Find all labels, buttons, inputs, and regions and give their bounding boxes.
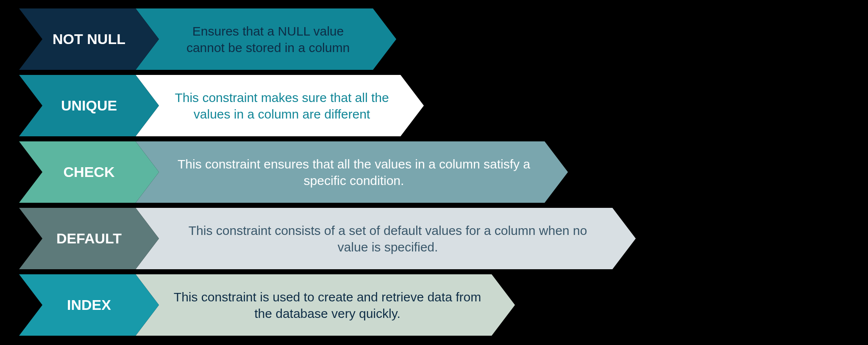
constraint-row-default: DEFAULT This constraint consists of a se… xyxy=(19,208,636,269)
constraint-desc: This constraint consists of a set of def… xyxy=(136,208,636,269)
constraint-desc-text: This constraint ensures that all the val… xyxy=(172,156,536,189)
constraint-desc: This constraint is used to create and re… xyxy=(136,274,515,336)
constraint-desc: This constraint makes sure that all the … xyxy=(136,75,424,136)
constraint-label: CHECK xyxy=(19,141,159,203)
constraint-label: UNIQUE xyxy=(19,75,159,136)
constraint-label: DEFAULT xyxy=(19,208,159,269)
constraint-desc: Ensures that a NULL value cannot be stor… xyxy=(136,8,396,70)
constraint-desc-text: This constraint is used to create and re… xyxy=(172,289,483,322)
constraint-label: INDEX xyxy=(19,274,159,336)
constraint-row-check: CHECK This constraint ensures that all t… xyxy=(19,141,568,203)
constraint-row-index: INDEX This constraint is used to create … xyxy=(19,274,515,336)
diagram-stage: NOT NULL Ensures that a NULL value canno… xyxy=(0,0,868,345)
constraint-desc-text: Ensures that a NULL value cannot be stor… xyxy=(172,23,364,56)
constraint-desc-text: This constraint makes sure that all the … xyxy=(172,89,392,122)
constraint-row-unique: UNIQUE This constraint makes sure that a… xyxy=(19,75,424,136)
constraint-desc-text: This constraint consists of a set of def… xyxy=(172,222,604,255)
constraint-desc: This constraint ensures that all the val… xyxy=(136,141,568,203)
constraint-label: NOT NULL xyxy=(19,8,159,70)
constraint-row-not-null: NOT NULL Ensures that a NULL value canno… xyxy=(19,8,396,70)
